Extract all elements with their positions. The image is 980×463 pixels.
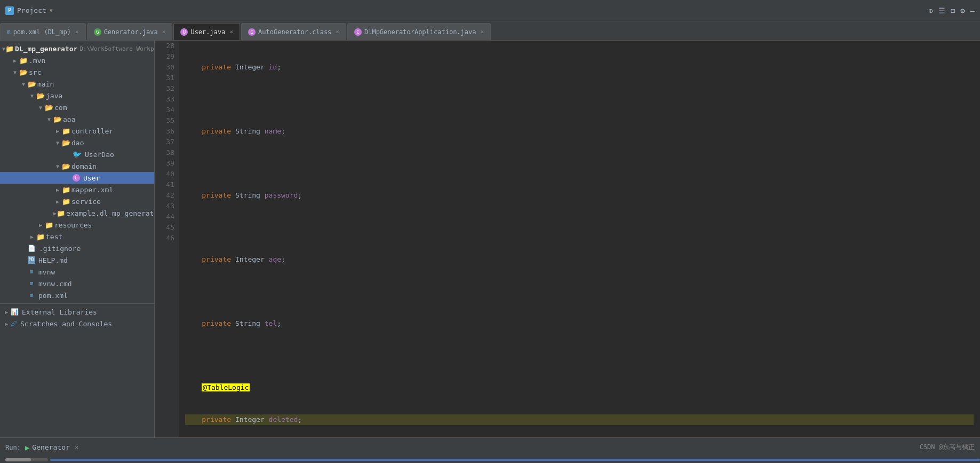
tree-mvnw[interactable]: m mvnw xyxy=(0,266,154,278)
tree-dao[interactable]: ▼ 📂 dao xyxy=(0,137,154,148)
domain-label: domain xyxy=(71,162,97,170)
list-icon[interactable]: ☰ xyxy=(938,6,945,15)
test-arrow: ▶ xyxy=(28,234,36,240)
root-folder-icon: 📁 xyxy=(5,45,14,53)
tab-dlmpgenerator[interactable]: C DlMpGeneratorApplication.java × xyxy=(347,23,491,40)
settings-icon[interactable]: ⚙ xyxy=(960,6,965,15)
main-area: ▼ 📁 DL_mp_generator D:\WorkSoftware_Work… xyxy=(0,41,980,437)
test-folder-icon: 📁 xyxy=(36,233,45,241)
test-label: test xyxy=(46,233,62,241)
tab-autogenerator-close[interactable]: × xyxy=(336,28,339,35)
service-label: service xyxy=(71,198,101,206)
tree-domain[interactable]: ▼ 📂 domain xyxy=(0,160,154,172)
tree-src[interactable]: ▼ 📂 src xyxy=(0,66,154,78)
dlmpgenerator-tab-icon: C xyxy=(354,28,362,36)
code-line-33 xyxy=(185,222,974,233)
root-label: DL_mp_generator xyxy=(15,45,77,53)
code-line-29 xyxy=(185,94,974,105)
main-folder-icon: 📂 xyxy=(28,80,36,88)
src-folder-icon: 📂 xyxy=(19,68,28,76)
src-arrow: ▼ xyxy=(11,69,19,75)
tree-test[interactable]: ▶ 📁 test xyxy=(0,231,154,242)
sidebar: ▼ 📁 DL_mp_generator D:\WorkSoftware_Work… xyxy=(0,41,155,437)
run-tab[interactable]: ▶ Generator × xyxy=(25,443,79,452)
user-file-label: User xyxy=(83,174,100,182)
scratches-label: Scratches and Consoles xyxy=(20,320,112,328)
tree-com[interactable]: ▼ 📂 com xyxy=(0,101,154,113)
tab-generator-close[interactable]: × xyxy=(162,28,166,35)
user-file-icon: C xyxy=(73,174,80,182)
ext-arrow: ▶ xyxy=(2,309,11,315)
run-label: Run: xyxy=(5,444,21,451)
java-label: java xyxy=(46,92,62,100)
expand-icon[interactable]: ⊕ xyxy=(928,6,933,15)
scratches-icon: 🖊 xyxy=(11,320,17,327)
tab-user[interactable]: U User.java × xyxy=(173,23,240,40)
tab-user-label: User.java xyxy=(190,28,225,36)
main-arrow: ▼ xyxy=(19,81,28,87)
domain-arrow: ▼ xyxy=(53,163,62,169)
status-text: CSDN @东高与橘正 xyxy=(920,443,975,451)
mapperxml-label: mapper.xml xyxy=(71,186,113,194)
tab-generator[interactable]: G Generator.java × xyxy=(87,23,173,40)
tree-user-file[interactable]: C User xyxy=(0,172,154,184)
aaa-arrow: ▼ xyxy=(45,116,53,122)
tab-pom[interactable]: m pom.xml (DL_mp) × xyxy=(0,23,86,40)
root-path: D:\WorkSoftware_Workplace\IDEA\DL_... xyxy=(79,45,155,52)
tree-mapperxml[interactable]: ▶ 📁 mapper.xml xyxy=(0,184,154,195)
run-tab-close[interactable]: × xyxy=(75,443,79,451)
collapse-icon[interactable]: ⊟ xyxy=(951,6,955,15)
controller-label: controller xyxy=(71,127,113,135)
tab-dlmpgenerator-close[interactable]: × xyxy=(480,28,484,35)
tree-helpmd[interactable]: MD HELP.md xyxy=(0,254,154,266)
tree-external-libraries[interactable]: ▶ 📊 External Libraries xyxy=(0,306,154,318)
tab-dlmpgenerator-label: DlMpGeneratorApplication.java xyxy=(364,28,476,36)
tab-user-close[interactable]: × xyxy=(229,28,233,35)
tab-autogenerator[interactable]: C AutoGenerator.class × xyxy=(241,23,346,40)
minimize-icon[interactable]: — xyxy=(970,6,975,15)
tree-mvnwcmd[interactable]: m mvnw.cmd xyxy=(0,278,154,289)
mvnw-label: mvnw xyxy=(38,268,55,276)
tree-gitignore[interactable]: 📄 .gitignore xyxy=(0,242,154,254)
bottom-bar xyxy=(0,457,980,463)
sidebar-scrollbar[interactable] xyxy=(5,458,48,461)
userdao-label: UserDao xyxy=(85,151,114,159)
pom-tab-icon: m xyxy=(7,28,11,35)
project-label: Project xyxy=(17,6,46,14)
tree-scratches[interactable]: ▶ 🖊 Scratches and Consoles xyxy=(0,318,154,329)
mvn-folder-icon: 📁 xyxy=(19,57,28,65)
tree-service[interactable]: ▶ 📁 service xyxy=(0,195,154,207)
tree-main[interactable]: ▼ 📂 main xyxy=(0,78,154,90)
tree-java[interactable]: ▼ 📂 java xyxy=(0,90,154,101)
tree-example[interactable]: ▶ 📁 example.dl_mp_generator xyxy=(0,207,154,219)
service-folder-icon: 📁 xyxy=(62,198,70,206)
src-label: src xyxy=(29,68,41,76)
dao-label: dao xyxy=(71,139,84,147)
helpmd-icon: MD xyxy=(28,256,35,264)
tree-pomxml[interactable]: m pom.xml xyxy=(0,289,154,301)
mvn-arrow: ▶ xyxy=(11,58,19,64)
mapperxml-arrow: ▶ xyxy=(53,187,62,193)
userdao-icon: 🐦 xyxy=(73,150,82,159)
mvnwcmd-icon: m xyxy=(28,280,35,287)
scratches-arrow: ▶ xyxy=(2,321,11,327)
tree-resources[interactable]: ▶ 📁 resources xyxy=(0,219,154,231)
tree-aaa[interactable]: ▼ 📂 aaa xyxy=(0,113,154,125)
tree-controller[interactable]: ▶ 📁 controller xyxy=(0,125,154,137)
project-icon: P xyxy=(5,6,14,15)
tab-pom-close[interactable]: × xyxy=(75,28,79,35)
tree-userdao[interactable]: 🐦 UserDao xyxy=(0,148,154,160)
dropdown-arrow[interactable]: ▼ xyxy=(50,7,53,13)
title-bar-left: P Project ▼ xyxy=(5,6,53,15)
controller-arrow: ▶ xyxy=(53,128,62,134)
main-label: main xyxy=(37,80,54,88)
run-tab-label: Generator xyxy=(32,443,69,451)
pomxml-icon: m xyxy=(28,292,35,299)
code-line-32: private String password; xyxy=(185,190,974,201)
tree-root[interactable]: ▼ 📁 DL_mp_generator D:\WorkSoftware_Work… xyxy=(0,43,154,54)
pomxml-label: pom.xml xyxy=(38,292,68,300)
example-folder-icon: 📁 xyxy=(57,209,65,217)
tree-mvn[interactable]: ▶ 📁 .mvn xyxy=(0,54,154,66)
aaa-folder-icon: 📂 xyxy=(53,115,62,123)
code-editor[interactable]: 28 29 30 31 32 33 34 35 36 37 38 39 40 4… xyxy=(155,41,980,437)
